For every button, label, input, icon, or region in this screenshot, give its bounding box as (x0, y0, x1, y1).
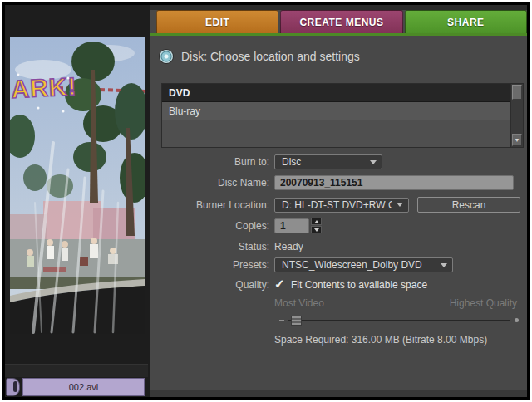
slider-left-label: Most Video (274, 297, 324, 309)
panel-title: Disk: Choose location and settings (181, 50, 360, 63)
status-row: Status: Ready (150, 241, 527, 252)
disc-name-input[interactable] (274, 175, 514, 190)
disc-icon (160, 50, 173, 63)
list-scrollbar[interactable]: ▼ (510, 84, 523, 147)
disc-type-list: DVD Blu-ray ▼ (161, 83, 524, 148)
copies-stepper (311, 218, 322, 233)
list-item-bluray[interactable]: Blu-ray (162, 102, 510, 120)
list-item-dvd[interactable]: DVD (162, 84, 510, 102)
space-required-text: Space Required: 316.00 MB (Bitrate 8.00 … (274, 334, 487, 346)
quality-row: Quality: Fit Contents to available space (150, 279, 527, 291)
panel-header: Disk: Choose location and settings (160, 50, 360, 63)
burner-location-label: Burner Location: (150, 199, 274, 211)
disc-name-label: Disc Name: (150, 177, 274, 189)
burn-to-row: Burn to: Disc (150, 154, 527, 169)
fit-contents-checkbox[interactable] (274, 279, 286, 291)
video-preview[interactable]: ARK! (10, 37, 145, 334)
tab-edit-label: EDIT (205, 17, 229, 28)
panel-bottom-band (150, 390, 527, 397)
chevron-down-icon (370, 160, 377, 164)
chevron-down-icon (441, 263, 447, 267)
scrollbar-thumb[interactable] (512, 85, 522, 100)
list-item-label: DVD (169, 87, 190, 99)
presets-value: NTSC_Widescreen_Dolby DVD (282, 259, 436, 271)
timeline-clip-row: 002.avi (5, 378, 148, 397)
active-tab-underline (150, 33, 527, 36)
clip-trim-handle[interactable] (6, 378, 20, 396)
presets-row: Presets: NTSC_Widescreen_Dolby DVD (150, 257, 527, 272)
burn-to-select[interactable]: Disc (274, 154, 382, 169)
tab-create-menus-label: CREATE MENUS (299, 17, 383, 28)
presets-label: Presets: (150, 259, 274, 271)
chevron-down-icon (397, 203, 403, 207)
burner-location-row: Burner Location: D: HL-DT-ST DVD+RW GC R… (150, 197, 527, 213)
slider-min-tick (279, 320, 284, 321)
status-label: Status: (150, 241, 274, 252)
presets-select[interactable]: NTSC_Widescreen_Dolby DVD (274, 257, 453, 272)
space-required-row: Space Required: 316.00 MB (Bitrate 8.00 … (150, 334, 527, 346)
app-window: ARK! 002.avi EDIT (0, 0, 532, 402)
slider-max-tick (515, 318, 519, 322)
quality-slider[interactable] (279, 316, 519, 326)
slider-right-label: Highest Quality (450, 297, 517, 309)
share-panel: EDIT CREATE MENUS SHARE Disk: Choose loc… (150, 5, 527, 397)
tab-share[interactable]: SHARE (405, 10, 527, 33)
status-value: Ready (274, 241, 303, 252)
copies-row: Copies: (150, 218, 527, 233)
timeline-clip[interactable]: 002.avi (22, 378, 145, 396)
burn-to-value: Disc (282, 156, 365, 168)
mode-tabs: EDIT CREATE MENUS SHARE (156, 10, 527, 33)
tab-share-label: SHARE (447, 17, 485, 28)
window-frame: ARK! 002.avi EDIT (2, 2, 530, 400)
burner-location-select[interactable]: D: HL-DT-ST DVD+RW GC (274, 198, 409, 213)
tab-create-menus[interactable]: CREATE MENUS (280, 10, 402, 33)
video-frame-image: ARK! (10, 37, 145, 334)
slider-labels-row: Most Video Highest Quality (150, 297, 527, 309)
window-content: ARK! 002.avi EDIT (5, 5, 527, 397)
scrollbar-down-button[interactable]: ▼ (512, 134, 522, 146)
quality-label: Quality: (150, 279, 274, 291)
fit-contents-label: Fit Contents to available space (291, 279, 427, 291)
copies-label: Copies: (150, 220, 274, 232)
list-item-label: Blu-ray (169, 105, 200, 117)
clip-label: 002.avi (69, 382, 98, 392)
stepper-down-button[interactable] (311, 226, 322, 233)
copies-input[interactable] (274, 218, 309, 233)
monitor-panel: ARK! 002.avi (5, 5, 150, 397)
disc-name-row: Disc Name: (150, 175, 527, 190)
timeline-track (5, 364, 148, 377)
slider-thumb[interactable] (291, 316, 302, 326)
burner-location-value: D: HL-DT-ST DVD+RW GC (282, 199, 392, 211)
slider-track[interactable] (288, 320, 510, 321)
tab-edit[interactable]: EDIT (156, 10, 278, 33)
stepper-up-button[interactable] (311, 218, 322, 225)
rescan-button[interactable]: Rescan (417, 197, 520, 213)
rescan-button-label: Rescan (452, 199, 486, 211)
burn-to-label: Burn to: (150, 156, 274, 168)
preview-overlay-title: ARK! (11, 72, 78, 103)
